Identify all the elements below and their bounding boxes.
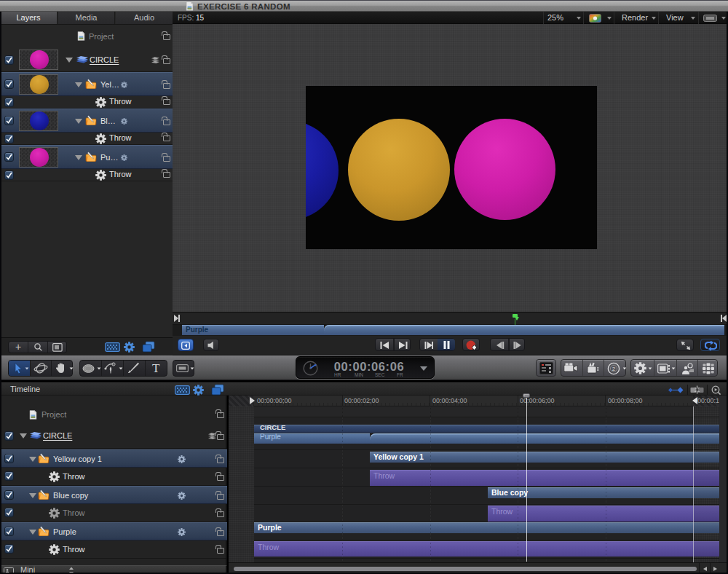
svg-text:2: 2 [612, 366, 616, 372]
